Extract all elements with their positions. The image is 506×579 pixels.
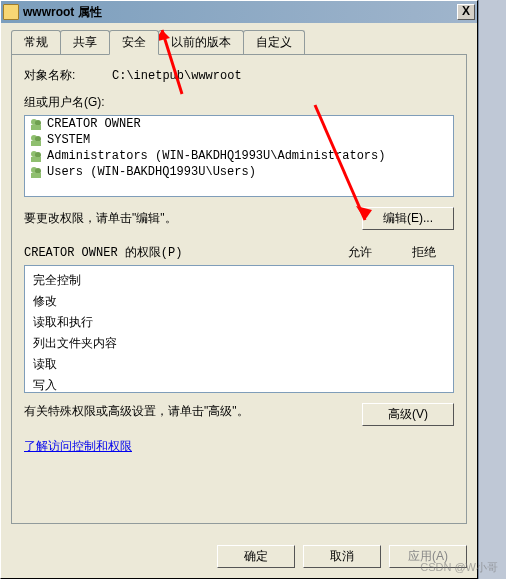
list-item-label: CREATOR OWNER xyxy=(47,117,141,131)
svg-rect-5 xyxy=(31,141,41,146)
folder-icon xyxy=(3,4,19,20)
list-item-label: Users (WIN-BAKDHQ1993U\Users) xyxy=(47,165,256,179)
tab-customize[interactable]: 自定义 xyxy=(243,30,305,55)
ok-button[interactable]: 确定 xyxy=(217,545,295,568)
svg-rect-2 xyxy=(31,125,41,130)
tab-strip: 常规 共享 安全 以前的版本 自定义 xyxy=(11,30,467,55)
groups-label: 组或用户名(G): xyxy=(24,94,454,111)
properties-dialog: wwwroot 属性 X 常规 共享 安全 以前的版本 自定义 对象名称: C:… xyxy=(0,0,478,579)
tab-previous-versions[interactable]: 以前的版本 xyxy=(158,30,244,55)
dialog-body: 常规 共享 安全 以前的版本 自定义 对象名称: C:\inetpub\wwwr… xyxy=(1,23,477,534)
svg-rect-8 xyxy=(31,157,41,162)
object-name-label: 对象名称: xyxy=(24,67,112,84)
deny-header: 拒绝 xyxy=(394,244,454,261)
permissions-label: CREATOR OWNER 的权限(P) xyxy=(24,244,326,261)
perm-row: 读取和执行 xyxy=(33,312,445,333)
groups-listbox[interactable]: CREATOR OWNER SYSTEM Administrators (WIN… xyxy=(24,115,454,197)
window-title: wwwroot 属性 xyxy=(23,4,457,21)
perm-row: 写入 xyxy=(33,375,445,393)
edit-button[interactable]: 编辑(E)... xyxy=(362,207,454,230)
close-button[interactable]: X xyxy=(457,4,475,20)
allow-header: 允许 xyxy=(326,244,394,261)
learn-link[interactable]: 了解访问控制和权限 xyxy=(24,438,132,455)
perm-row: 完全控制 xyxy=(33,270,445,291)
object-path: C:\inetpub\wwwroot xyxy=(112,69,242,83)
perm-row: 修改 xyxy=(33,291,445,312)
tab-sharing[interactable]: 共享 xyxy=(60,30,110,55)
users-icon xyxy=(29,149,43,163)
list-item[interactable]: Users (WIN-BAKDHQ1993U\Users) xyxy=(25,164,453,180)
perm-row: 读取 xyxy=(33,354,445,375)
list-item[interactable]: CREATOR OWNER xyxy=(25,116,453,132)
list-item[interactable]: Administrators (WIN-BAKDHQ1993U\Administ… xyxy=(25,148,453,164)
edit-hint: 要更改权限，请单击"编辑"。 xyxy=(24,210,362,227)
titlebar[interactable]: wwwroot 属性 X xyxy=(1,1,477,23)
cancel-button[interactable]: 取消 xyxy=(303,545,381,568)
tab-security[interactable]: 安全 xyxy=(109,30,159,55)
list-item-label: SYSTEM xyxy=(47,133,90,147)
users-icon xyxy=(29,165,43,179)
background-window xyxy=(478,0,506,579)
users-icon xyxy=(29,133,43,147)
advanced-button[interactable]: 高级(V) xyxy=(362,403,454,426)
permissions-listbox[interactable]: 完全控制 修改 读取和执行 列出文件夹内容 读取 写入 xyxy=(24,265,454,393)
perm-row: 列出文件夹内容 xyxy=(33,333,445,354)
advanced-hint: 有关特殊权限或高级设置，请单击"高级"。 xyxy=(24,403,362,420)
list-item[interactable]: SYSTEM xyxy=(25,132,453,148)
users-icon xyxy=(29,117,43,131)
svg-rect-11 xyxy=(31,173,41,178)
watermark: CSDN @W小哥 xyxy=(420,560,498,575)
tab-general[interactable]: 常规 xyxy=(11,30,61,55)
list-item-label: Administrators (WIN-BAKDHQ1993U\Administ… xyxy=(47,149,385,163)
security-panel: 对象名称: C:\inetpub\wwwroot 组或用户名(G): CREAT… xyxy=(11,54,467,524)
